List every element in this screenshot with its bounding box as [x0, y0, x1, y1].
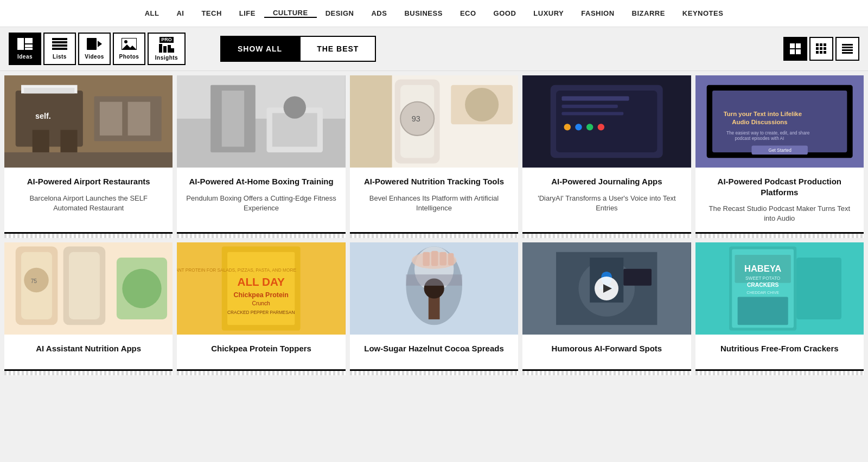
card-humorous[interactable]: 👤 Humorous AI-Forward Spots: [522, 242, 691, 375]
nav-business[interactable]: BUSINESS: [395, 9, 451, 17]
card-sub-podcast: The Recast Studio Podcast Maker Turns Te…: [704, 204, 855, 223]
svg-rect-5: [52, 41, 67, 43]
nav-ai[interactable]: AI: [168, 9, 193, 17]
svg-text:ALL DAY: ALL DAY: [238, 275, 285, 288]
insights-label: Insights: [155, 55, 178, 61]
nav-fashion[interactable]: FASHION: [572, 9, 623, 17]
svg-rect-23: [824, 43, 826, 46]
svg-rect-7: [52, 48, 67, 50]
view-photos-button[interactable]: Photos: [113, 33, 145, 65]
card-journal[interactable]: AI-Powered Journaling Apps 'DiaryAI' Tra…: [522, 75, 691, 238]
toolbar: Ideas Lists Videos: [0, 27, 868, 71]
svg-rect-31: [842, 47, 853, 48]
svg-rect-16: [171, 48, 174, 53]
svg-text:Turn your Text into Lifelike: Turn your Text into Lifelike: [723, 111, 801, 117]
svg-text:Audio Discussions: Audio Discussions: [732, 119, 787, 125]
play-button[interactable]: [595, 277, 618, 300]
svg-rect-15: [168, 45, 171, 53]
nav-ads[interactable]: ADS: [362, 9, 395, 17]
nav-good[interactable]: GOOD: [485, 9, 525, 17]
card-boxing[interactable]: AI-Powered At-Home Boxing Training Pendu…: [177, 75, 345, 238]
svg-rect-25: [820, 47, 822, 50]
svg-text:Crunch: Crunch: [252, 300, 271, 306]
svg-text:HABEYA: HABEYA: [744, 264, 781, 274]
view-videos-button[interactable]: Videos: [78, 33, 111, 65]
view-type-selector: Ideas Lists Videos: [9, 33, 186, 65]
nav-culture[interactable]: CULTURE: [264, 9, 317, 18]
svg-rect-85: [69, 252, 100, 319]
svg-rect-18: [796, 43, 801, 48]
layout-small-grid-button[interactable]: [809, 37, 833, 61]
svg-rect-20: [796, 49, 801, 54]
svg-rect-44: [60, 130, 77, 152]
the-best-button[interactable]: THE BEST: [299, 36, 376, 62]
nav-design[interactable]: DESIGN: [317, 9, 363, 17]
photos-icon: [122, 38, 137, 52]
card-sub-airport: Barcelona Airport Launches the SELF Auto…: [13, 194, 164, 213]
nav-luxury[interactable]: LUXURY: [525, 9, 572, 17]
svg-rect-43: [33, 130, 49, 152]
svg-text:SWEET POTATO: SWEET POTATO: [745, 277, 781, 281]
card-image-hazelnut: [350, 242, 518, 335]
card-title-hazelnut: Low-Sugar Hazelnut Cocoa Spreads: [359, 343, 509, 354]
svg-rect-27: [816, 51, 819, 54]
svg-rect-59: [350, 75, 392, 168]
svg-text:CRACKERS: CRACKERS: [746, 282, 778, 288]
nav-life[interactable]: LIFE: [231, 9, 264, 17]
svg-text:The easiest way to create, edi: The easiest way to create, edit, and sha…: [726, 131, 809, 136]
card-title-journal: AI-Powered Journaling Apps: [531, 176, 682, 187]
card-title-ai-nutrition: AI Assistant Nutrition Apps: [13, 343, 164, 354]
svg-rect-14: [163, 46, 167, 53]
layout-grid-button[interactable]: [783, 37, 807, 61]
nav-bizarre[interactable]: BIZARRE: [623, 9, 674, 17]
svg-text:self.: self.: [35, 112, 51, 120]
card-ai-nutrition[interactable]: 75 AI Assistant Nutrition Apps: [4, 242, 173, 375]
svg-rect-65: [562, 112, 624, 115]
filter-buttons: SHOW ALL THE BEST: [220, 36, 376, 62]
svg-rect-105: [439, 252, 446, 266]
svg-text:Chickpea Protein: Chickpea Protein: [234, 291, 289, 299]
svg-point-11: [124, 40, 127, 43]
svg-rect-42: [4, 152, 173, 168]
svg-rect-41: [128, 102, 150, 136]
insights-icon: PRO: [159, 37, 174, 53]
top-navigation: ALL AI TECH LIFE CULTURE DESIGN ADS BUSI…: [0, 0, 868, 27]
svg-rect-2: [25, 44, 33, 47]
card-podcast[interactable]: Turn your Text into Lifelike Audio Discu…: [695, 75, 864, 238]
svg-rect-8: [87, 38, 97, 50]
svg-rect-64: [562, 105, 618, 108]
svg-text:PLANT PROTEIN FOR SALADS, PIZZ: PLANT PROTEIN FOR SALADS, PIZZAS, PASTA,…: [177, 268, 296, 273]
svg-rect-32: [842, 49, 853, 51]
nav-keynotes[interactable]: KEYNOTES: [674, 9, 732, 17]
svg-rect-37: [24, 88, 74, 93]
card-chickpea[interactable]: PLANT PROTEIN FOR SALADS, PIZZAS, PASTA,…: [177, 242, 345, 375]
card-hazelnut[interactable]: Low-Sugar Hazelnut Cocoa Spreads: [350, 242, 518, 375]
videos-label: Videos: [85, 54, 104, 60]
card-airport[interactable]: self. AI-Powered Airport Restaurants Bar…: [4, 75, 173, 238]
card-image-ai-nutrition: 75: [4, 242, 173, 335]
view-insights-button[interactable]: PRO Insights: [148, 33, 186, 65]
card-sub-journal: 'DiaryAI' Transforms a User's Voice into…: [531, 194, 682, 213]
nav-eco[interactable]: ECO: [451, 9, 485, 17]
svg-rect-101: [406, 275, 462, 286]
svg-rect-19: [790, 49, 795, 54]
svg-text:Get Started: Get Started: [768, 148, 792, 153]
svg-text:75: 75: [31, 278, 37, 284]
lists-label: Lists: [53, 54, 67, 60]
svg-rect-103: [423, 252, 429, 266]
svg-rect-21: [816, 43, 819, 46]
card-title-airport: AI-Powered Airport Restaurants: [13, 176, 164, 187]
card-crackers[interactable]: HABEYA SWEET POTATO CRACKERS CHEDDAR CHI…: [695, 242, 864, 375]
svg-rect-29: [824, 51, 826, 54]
view-ideas-button[interactable]: Ideas: [9, 33, 41, 65]
nav-tech[interactable]: TECH: [193, 9, 230, 17]
nav-all[interactable]: ALL: [136, 9, 168, 17]
show-all-button[interactable]: SHOW ALL: [220, 36, 299, 62]
layout-list-button[interactable]: [835, 37, 859, 61]
view-lists-button[interactable]: Lists: [43, 33, 76, 65]
svg-point-67: [575, 124, 582, 130]
card-nutrition[interactable]: 93 AI-Powered Nutrition Tracking Tools B…: [350, 75, 518, 238]
card-title-podcast: AI-Powered Podcast Production Platforms: [704, 176, 855, 197]
svg-point-66: [564, 124, 571, 130]
lists-icon: [52, 38, 67, 52]
